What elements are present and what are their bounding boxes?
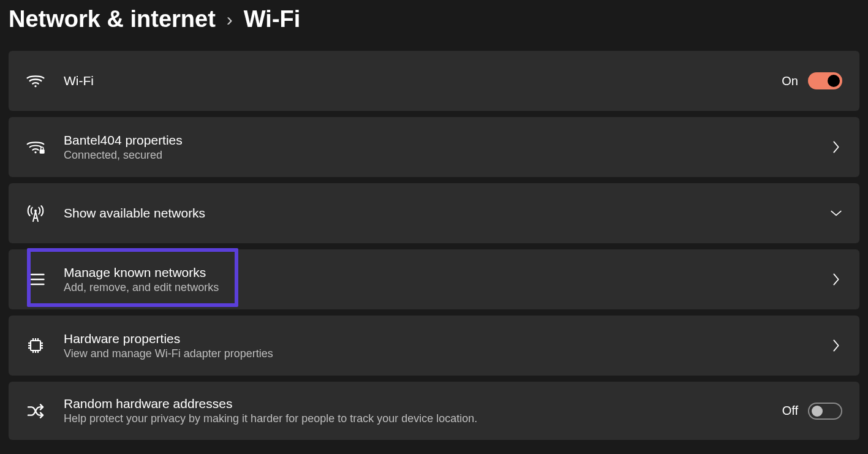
available-networks-title: Show available networks [64, 206, 812, 221]
svg-point-1 [34, 151, 36, 153]
chevron-right-icon [830, 339, 842, 352]
settings-list: Wi-Fi On Bantel404 properties Connected,… [0, 51, 868, 440]
svg-rect-10 [31, 341, 40, 350]
chevron-right-icon [830, 141, 842, 153]
network-properties-row[interactable]: Bantel404 properties Connected, secured [9, 117, 859, 177]
chevron-down-icon [830, 207, 842, 219]
chip-icon [26, 336, 45, 355]
network-properties-subtitle: Connected, secured [64, 149, 812, 162]
random-mac-toggle[interactable] [808, 403, 842, 420]
svg-point-6 [28, 284, 29, 286]
wifi-icon [26, 71, 45, 91]
chevron-right-icon [830, 273, 842, 286]
svg-point-0 [34, 85, 36, 87]
known-networks-title: Manage known networks [64, 265, 812, 280]
known-networks-subtitle: Add, remove, and edit networks [64, 281, 812, 294]
svg-point-5 [28, 279, 29, 281]
breadcrumb-separator: › [227, 9, 233, 30]
wifi-toggle-row[interactable]: Wi-Fi On [9, 51, 859, 111]
random-mac-subtitle: Help protect your privacy by making it h… [64, 412, 764, 425]
available-networks-row[interactable]: Show available networks [9, 183, 859, 243]
wifi-toggle-label: On [782, 74, 798, 88]
hardware-subtitle: View and manage Wi-Fi adapter properties [64, 347, 812, 360]
list-icon [26, 270, 45, 289]
hardware-properties-row[interactable]: Hardware properties View and manage Wi-F… [9, 316, 859, 376]
svg-point-4 [28, 274, 29, 276]
wifi-secured-icon [26, 137, 45, 157]
svg-rect-2 [40, 149, 45, 154]
breadcrumb-parent[interactable]: Network & internet [9, 6, 216, 32]
antenna-icon [26, 203, 45, 223]
network-properties-title: Bantel404 properties [64, 133, 812, 148]
wifi-toggle[interactable] [808, 72, 842, 89]
breadcrumb: Network & internet › Wi-Fi [0, 0, 868, 51]
wifi-title: Wi-Fi [64, 74, 763, 88]
random-mac-row[interactable]: Random hardware addresses Help protect y… [9, 382, 859, 440]
breadcrumb-current: Wi-Fi [244, 6, 301, 32]
manage-known-networks-row[interactable]: Manage known networks Add, remove, and e… [9, 249, 859, 309]
shuffle-icon [26, 401, 45, 421]
hardware-title: Hardware properties [64, 331, 812, 346]
random-mac-toggle-label: Off [782, 404, 798, 418]
random-mac-title: Random hardware addresses [64, 396, 764, 411]
